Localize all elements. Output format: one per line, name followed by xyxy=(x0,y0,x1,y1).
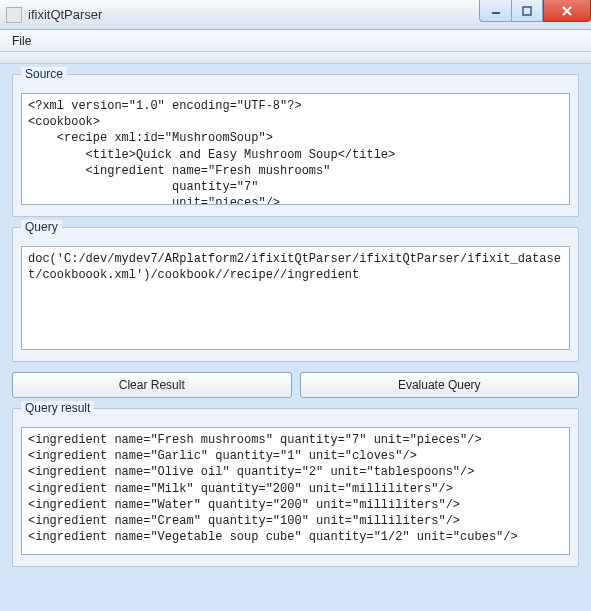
result-output[interactable] xyxy=(21,427,570,555)
toolbar-stub xyxy=(0,52,591,64)
query-label: Query xyxy=(21,220,62,234)
minimize-button[interactable] xyxy=(479,0,511,22)
svg-rect-0 xyxy=(492,12,500,14)
evaluate-query-button[interactable]: Evaluate Query xyxy=(300,372,580,398)
window-titlebar: ifixitQtParser xyxy=(0,0,591,30)
query-input[interactable] xyxy=(21,246,570,350)
result-label: Query result xyxy=(21,401,94,415)
minimize-icon xyxy=(491,6,501,16)
svg-rect-1 xyxy=(523,7,531,15)
maximize-icon xyxy=(522,6,532,16)
button-row: Clear Result Evaluate Query xyxy=(12,372,579,398)
source-input[interactable] xyxy=(21,93,570,205)
close-icon xyxy=(561,5,573,17)
window-buttons xyxy=(479,0,591,22)
source-label: Source xyxy=(21,67,67,81)
clear-result-button[interactable]: Clear Result xyxy=(12,372,292,398)
result-group: Query result xyxy=(12,408,579,567)
menu-bar: File xyxy=(0,30,591,52)
window-title: ifixitQtParser xyxy=(28,7,102,22)
close-button[interactable] xyxy=(543,0,591,22)
menu-file[interactable]: File xyxy=(4,32,39,50)
query-group: Query xyxy=(12,227,579,362)
client-area: Source Query Clear Result Evaluate Query… xyxy=(0,64,591,611)
evaluate-query-label: Evaluate Query xyxy=(398,378,481,392)
source-group: Source xyxy=(12,74,579,217)
clear-result-label: Clear Result xyxy=(119,378,185,392)
app-icon xyxy=(6,7,22,23)
maximize-button[interactable] xyxy=(511,0,543,22)
